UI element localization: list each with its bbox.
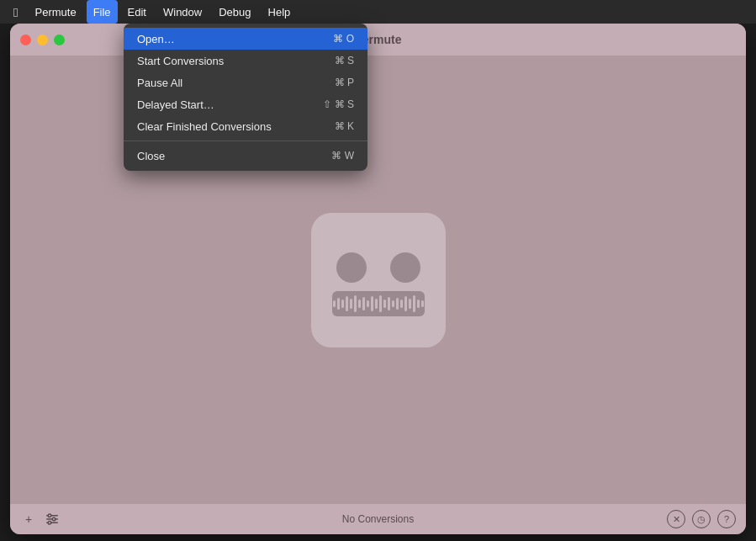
menu-item-pause-label: Pause All — [137, 77, 182, 89]
waveform-bar — [421, 300, 424, 307]
robot-eyes — [336, 252, 420, 283]
traffic-lights — [20, 34, 65, 45]
waveform-bar — [392, 300, 394, 307]
waveform-bar — [350, 299, 352, 309]
waveform-bar — [362, 297, 365, 310]
waveform-bar — [375, 299, 378, 309]
menubar-window[interactable]: Window — [156, 0, 209, 24]
svg-point-4 — [52, 517, 56, 521]
menu-item-open-label: Open… — [137, 33, 175, 45]
waveform-bar — [333, 300, 336, 307]
menu-item-close[interactable]: Close ⌘ W — [124, 145, 367, 167]
menu-item-delayed-start[interactable]: Delayed Start… ⇧ ⌘ S — [124, 93, 367, 115]
titlebar: Permute — [10, 24, 746, 56]
add-button[interactable]: + — [20, 511, 37, 528]
menu-item-close-shortcut: ⌘ W — [331, 150, 354, 162]
waveform-bar — [413, 295, 415, 312]
waveform-bar — [409, 299, 411, 309]
cancel-icon[interactable]: ✕ — [667, 510, 685, 528]
settings-icon[interactable] — [44, 511, 61, 528]
waveform-bar — [404, 296, 407, 311]
menu-item-clear-shortcut: ⌘ K — [335, 120, 354, 132]
robot-mouth — [332, 291, 425, 316]
clock-icon[interactable]: ◷ — [692, 510, 711, 528]
robot-eye-left — [336, 252, 367, 283]
menu-item-clear-finished[interactable]: Clear Finished Conversions ⌘ K — [124, 115, 367, 137]
waveform-bar — [396, 298, 399, 310]
content-area — [10, 56, 746, 504]
menu-separator — [124, 141, 367, 141]
menubar-permute[interactable]: Permute — [28, 0, 82, 24]
maximize-button[interactable] — [54, 34, 65, 45]
waveform-bar — [337, 298, 340, 310]
waveform — [333, 294, 424, 313]
bottom-left-icons: + — [20, 511, 61, 528]
menu-item-pause-shortcut: ⌘ P — [335, 77, 354, 88]
menu-item-start-label: Start Conversions — [137, 55, 224, 67]
robot-eye-right — [390, 252, 420, 283]
waveform-bar — [354, 295, 357, 312]
menubar-edit[interactable]: Edit — [121, 0, 153, 24]
menu-item-close-label: Close — [137, 150, 165, 162]
svg-point-3 — [48, 514, 51, 517]
waveform-bar — [383, 300, 386, 308]
waveform-bar — [358, 300, 361, 308]
menubar-file[interactable]: File — [87, 0, 118, 24]
waveform-bar — [379, 295, 382, 312]
waveform-bar — [400, 300, 403, 308]
robot-icon — [311, 213, 446, 347]
menubar-help[interactable]: Help — [262, 0, 298, 24]
waveform-bar — [346, 296, 348, 311]
menu-item-start-conversions[interactable]: Start Conversions ⌘ S — [124, 50, 367, 72]
file-dropdown-menu: Open… ⌘ O Start Conversions ⌘ S Pause Al… — [124, 24, 367, 171]
bottom-bar: + No Conversions ✕ ◷ ? — [10, 504, 746, 534]
help-icon[interactable]: ? — [717, 510, 736, 528]
menubar:  Permute File Edit Window Debug Help — [0, 0, 756, 24]
menu-item-pause-all[interactable]: Pause All ⌘ P — [124, 72, 367, 93]
waveform-bar — [371, 296, 373, 311]
waveform-bar — [341, 300, 344, 308]
waveform-bar — [388, 297, 390, 310]
status-text: No Conversions — [342, 513, 414, 525]
waveform-bar — [367, 300, 369, 307]
menu-item-open-shortcut: ⌘ O — [333, 33, 354, 45]
waveform-bar — [417, 300, 420, 308]
menu-item-delayed-label: Delayed Start… — [137, 98, 214, 111]
menu-item-start-shortcut: ⌘ S — [335, 55, 354, 66]
minimize-button[interactable] — [37, 34, 48, 45]
menu-item-clear-label: Clear Finished Conversions — [137, 120, 272, 133]
close-button[interactable] — [20, 34, 31, 45]
menu-item-delayed-shortcut: ⇧ ⌘ S — [323, 98, 354, 110]
menubar-debug[interactable]: Debug — [212, 0, 257, 24]
apple-menu[interactable]:  — [7, 0, 24, 24]
svg-point-5 — [48, 521, 51, 524]
app-window: Permute + — [10, 24, 746, 534]
bottom-right-icons: ✕ ◷ ? — [667, 510, 736, 528]
menu-item-open[interactable]: Open… ⌘ O — [124, 28, 367, 50]
